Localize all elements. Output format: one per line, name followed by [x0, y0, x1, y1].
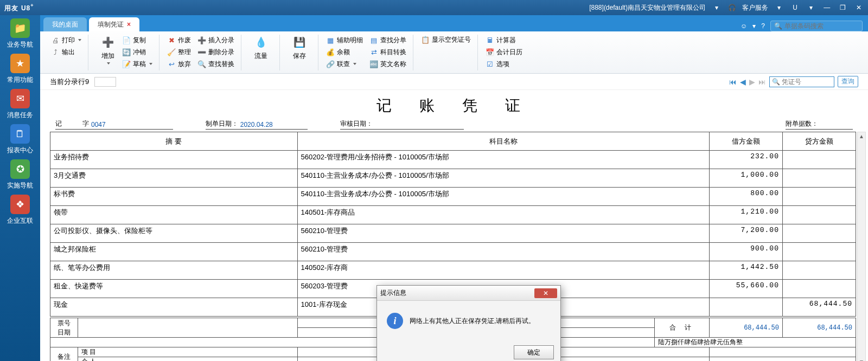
- service-dropdown-icon[interactable]: ▾: [774, 4, 784, 11]
- smile-dropdown-icon[interactable]: ▾: [752, 22, 756, 30]
- customer-service-link[interactable]: 客户服务: [742, 4, 768, 11]
- sidebar-item-label: 常用功能: [4, 75, 36, 85]
- abandon-button[interactable]: ↩放弃: [166, 59, 192, 69]
- magnifier-icon: 🔍: [772, 78, 780, 86]
- document-header-bar: 当前分录行9 ⏮ ◀ ▶ ⏭ 🔍 查询: [40, 74, 868, 90]
- show-empty-voucher-button[interactable]: 📋显示空凭证号: [420, 35, 472, 45]
- link-icon: 🔗: [326, 60, 335, 68]
- insert-row-icon: ➕: [197, 36, 206, 44]
- english-name-button[interactable]: 🔤英文名称: [368, 59, 407, 69]
- sidebar-item-0[interactable]: 📁业务导航: [4, 18, 36, 49]
- sidebar-item-label: 实施导航: [4, 181, 36, 190]
- copy-icon: 📄: [122, 36, 131, 44]
- balance-icon: 💰: [326, 48, 335, 56]
- convert-icon: ⇄: [369, 48, 378, 56]
- nav-last-icon[interactable]: ⏭: [758, 78, 766, 86]
- tidy-icon: 🧹: [167, 48, 176, 56]
- plus-icon: ➕: [100, 35, 116, 50]
- window-close-icon[interactable]: ✕: [854, 4, 864, 11]
- sidebar-icon: ✪: [10, 159, 30, 179]
- delete-row-icon: ➖: [197, 48, 206, 56]
- sidebar-icon: ★: [10, 54, 30, 73]
- u-menu[interactable]: U: [790, 4, 800, 11]
- flow-button[interactable]: 💧流量: [248, 35, 274, 61]
- info-icon: i: [387, 313, 403, 329]
- help-icon[interactable]: ?: [761, 22, 765, 30]
- sidebar-icon: ✉: [10, 89, 30, 108]
- sidebar-icon: ❖: [10, 195, 30, 214]
- table-icon: ▤: [369, 36, 378, 44]
- options-icon: ☑: [486, 60, 494, 68]
- nav-prev-icon[interactable]: ◀: [740, 78, 746, 86]
- current-entry-label: 当前分录行9: [50, 77, 89, 87]
- save-icon: 💾: [292, 35, 307, 50]
- aux-detail-button[interactable]: ▦辅助明细: [325, 35, 364, 46]
- sidebar-item-4[interactable]: ✪实施导航: [4, 159, 36, 190]
- copy-button[interactable]: 📄复制: [121, 35, 154, 46]
- find-replace-button[interactable]: 🔍查找替换: [196, 59, 235, 69]
- abandon-icon: ↩: [167, 60, 176, 68]
- barcode-search-input[interactable]: [784, 22, 850, 30]
- sidebar-item-5[interactable]: ❖企业互联: [4, 195, 36, 225]
- tidy-button[interactable]: 🧹整理: [166, 47, 192, 57]
- title-bar: 用友 U8+ [888](default)南昌天安物业管理有限公司 ▾ 🎧 客户…: [0, 0, 868, 15]
- info-dialog: 提示信息 ✕ i 网络上有其他人正在保存凭证,请稍后再试。 确定: [376, 285, 561, 361]
- subject-convert-button[interactable]: ⇄科目转换: [368, 47, 407, 57]
- draft-button[interactable]: 📝草稿: [121, 59, 154, 69]
- dialog-title: 提示信息: [380, 288, 534, 298]
- dialog-close-icon[interactable]: ✕: [534, 288, 557, 298]
- void-icon: ✖: [167, 36, 176, 44]
- window-minimize-icon[interactable]: —: [822, 4, 832, 11]
- tab-desktop[interactable]: 我的桌面: [43, 17, 87, 31]
- sidebar-item-label: 报表中心: [4, 146, 36, 155]
- void-button[interactable]: ✖作废: [166, 35, 192, 46]
- draft-icon: 📝: [122, 60, 131, 68]
- balance-button[interactable]: 💰余额: [325, 47, 364, 57]
- voucher-no-search[interactable]: 🔍: [769, 76, 834, 87]
- save-button[interactable]: 💾保存: [286, 35, 312, 61]
- english-icon: 🔤: [369, 60, 378, 68]
- list-icon: 📋: [421, 36, 430, 44]
- export-button[interactable]: ⤴输出: [50, 47, 82, 57]
- offset-button[interactable]: 🔄冲销: [121, 47, 154, 57]
- sidebar-item-3[interactable]: 🗒报表中心: [4, 124, 36, 155]
- modal-overlay: 提示信息 ✕ i 网络上有其他人正在保存凭证,请稍后再试。 确定: [40, 90, 868, 361]
- options-button[interactable]: ☑选项: [484, 59, 524, 69]
- left-sidebar: 📁业务导航★常用功能✉消息任务🗒报表中心✪实施导航❖企业互联: [0, 15, 40, 361]
- window-restore-icon[interactable]: ❐: [838, 4, 848, 11]
- insert-entry-button[interactable]: ➕插入分录: [196, 35, 235, 46]
- tab-strip: 我的桌面 填制凭证 × ☺ ▾ ? 🔍: [40, 15, 868, 31]
- offset-icon: 🔄: [122, 48, 131, 56]
- calculator-icon: 🖩: [486, 36, 494, 44]
- grid-icon: ▦: [326, 36, 335, 44]
- delete-entry-button[interactable]: ➖删除分录: [196, 47, 235, 57]
- calendar-button[interactable]: 📅会计日历: [484, 47, 524, 57]
- account-label: [888](default)南昌天安物业管理有限公司: [589, 4, 706, 11]
- dialog-message: 网络上有其他人正在保存凭证,请稍后再试。: [410, 317, 535, 326]
- related-query-button[interactable]: 🔗联查: [325, 59, 364, 69]
- app-logo: 用友 U8+: [4, 3, 34, 13]
- find-split-button[interactable]: ▤查找分单: [368, 35, 407, 46]
- sidebar-item-label: 消息任务: [4, 111, 36, 120]
- query-button[interactable]: 查询: [838, 76, 858, 87]
- dialog-ok-button[interactable]: 确定: [514, 345, 554, 359]
- entry-input[interactable]: [94, 77, 116, 87]
- nav-next-icon[interactable]: ▶: [749, 78, 755, 86]
- sidebar-item-label: 业务导航: [4, 40, 36, 49]
- calculator-button[interactable]: 🖩计算器: [484, 35, 524, 46]
- tab-voucher-entry[interactable]: 填制凭证 ×: [89, 17, 139, 31]
- sidebar-item-1[interactable]: ★常用功能: [4, 54, 36, 85]
- voucher-no-input[interactable]: [782, 78, 825, 86]
- calendar-icon: 📅: [486, 48, 494, 56]
- smile-icon[interactable]: ☺: [741, 22, 747, 30]
- add-button[interactable]: ➕增加: [95, 35, 121, 65]
- sidebar-item-2[interactable]: ✉消息任务: [4, 89, 36, 120]
- account-dropdown-icon[interactable]: ▾: [712, 4, 722, 11]
- print-button[interactable]: 🖨打印: [50, 35, 82, 46]
- tab-close-icon[interactable]: ×: [127, 21, 131, 28]
- nav-first-icon[interactable]: ⏮: [729, 78, 737, 86]
- u-dropdown-icon[interactable]: ▾: [806, 4, 816, 11]
- flow-icon: 💧: [253, 35, 269, 50]
- sidebar-icon: 🗒: [10, 124, 30, 144]
- barcode-search[interactable]: 🔍: [770, 21, 863, 31]
